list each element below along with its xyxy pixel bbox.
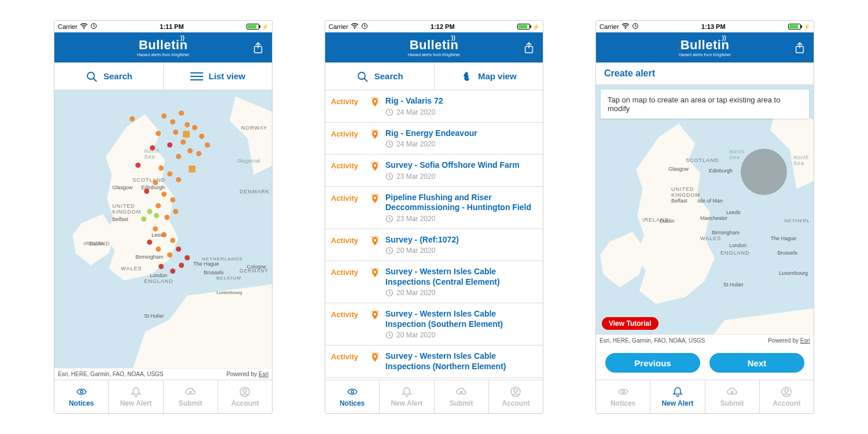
list-item[interactable]: Activity Rig - Energy Endeavour 24 Mar 2…: [325, 123, 543, 155]
activity-pin-icon: [370, 235, 380, 249]
tab-account[interactable]: Account: [218, 380, 272, 413]
orientation-lock-icon: [632, 23, 639, 31]
tab-submit[interactable]: Submit: [435, 380, 489, 413]
map-label-northsea2: North Sea: [793, 155, 809, 166]
tab-notices[interactable]: Notices: [596, 380, 650, 413]
tab-submit[interactable]: Submit: [164, 380, 218, 413]
list-item-date: 20 Mar 2020: [385, 247, 537, 255]
tab-notices[interactable]: Notices: [54, 380, 109, 413]
search-button[interactable]: Search: [325, 62, 435, 90]
city-hague: The Hague: [193, 261, 219, 267]
list-item[interactable]: Activity Pipeline Flushing and Riser Dec…: [325, 187, 543, 229]
carrier-label: Carrier: [599, 23, 619, 30]
powered-by: Powered by Esri: [226, 371, 269, 377]
city-brussels: Brussels: [204, 270, 224, 275]
search-label: Search: [104, 71, 133, 81]
list-item[interactable]: Activity Survey - Sofia Offshore Wind Fa…: [325, 155, 543, 187]
tab-new-alert[interactable]: New Alert: [650, 380, 705, 413]
next-button[interactable]: Next: [709, 353, 804, 373]
app-header: Bulletin)) Hazard alerts from Kingfisher: [54, 32, 272, 62]
esri-link[interactable]: Esri: [259, 371, 269, 377]
tab-new-alert[interactable]: New Alert: [380, 380, 434, 413]
list-item[interactable]: Activity Survey - (Ref:1072) 20 Mar 2020: [325, 229, 543, 262]
svg-point-10: [354, 28, 355, 29]
list-item-title: Survey - Western Isles Cable Inspections…: [385, 351, 537, 372]
map-attribution: Esri, HERE, Garmin, FAO, NOAA, USGS Powe…: [596, 334, 814, 346]
tab-account[interactable]: Account: [489, 380, 543, 413]
list-item[interactable]: Activity Survey - Western Isles Cable In…: [325, 261, 543, 303]
carrier-label: Carrier: [58, 23, 78, 30]
previous-button[interactable]: Previous: [605, 353, 700, 373]
battery-icon: [517, 24, 530, 30]
wifi-icon: [621, 23, 630, 30]
notice-list[interactable]: Activity Rig - Valaris 72 24 Mar 2020 Ac…: [325, 90, 543, 380]
city-glasgow: Glasgow: [668, 166, 689, 172]
tab-bar: Notices New Alert Submit Account: [596, 380, 814, 413]
list-item[interactable]: Activity Rig - Valaris 72 24 Mar 2020: [325, 90, 543, 123]
app-logo: Bulletin)) Hazard alerts from Kingfisher: [137, 39, 190, 57]
tab-notices[interactable]: Notices: [325, 380, 380, 413]
search-label: Search: [374, 71, 403, 81]
wifi-icon: [351, 23, 359, 30]
list-item-title: Survey - Western Isles Cable Inspections…: [385, 267, 537, 287]
status-bar: Carrier 1:13 PM ⚡: [596, 21, 814, 32]
alert-tip: Tap on map to create an area or tap exis…: [601, 90, 809, 119]
map-label-uk: UNITED KINGDOM: [112, 203, 141, 215]
map-label-lux: Luxembourg: [216, 290, 242, 295]
list-item-date: 23 Mar 2020: [385, 172, 537, 181]
app-logo: Bulletin)) Hazard alerts from Kingfisher: [408, 39, 461, 57]
list-item-date: 24 Mar 2020: [385, 140, 537, 148]
map-canvas[interactable]: NORWAY SCOTLAND DENMARK North Sea UNITED…: [54, 90, 272, 368]
share-button[interactable]: [521, 39, 537, 56]
city-brussels: Brussels: [777, 250, 797, 256]
svg-point-7: [83, 28, 84, 29]
list-item-title: Rig - Valaris 72: [385, 96, 537, 106]
label-lux: Luxembourg: [779, 270, 808, 276]
map-view-label: Map view: [478, 71, 517, 81]
city-stholier: St Holier: [144, 313, 164, 319]
map-label-england: ENGLAND: [144, 278, 174, 284]
tab-account[interactable]: Account: [760, 380, 814, 413]
list-item-category: Activity: [331, 128, 365, 138]
activity-pin-icon: [370, 160, 380, 174]
city-london: London: [729, 242, 746, 248]
city-london: London: [150, 273, 167, 278]
app-header: Bulletin)) Hazard alerts from Kingfisher: [596, 32, 814, 62]
map-label-wales: WALES: [700, 236, 721, 241]
list-item[interactable]: Activity Survey - Western Isles Cable In…: [325, 345, 543, 378]
screen-list: Carrier 1:12 PM ⚡ Bulletin)) Hazard aler…: [325, 20, 543, 414]
list-item-date: 23 Mar 2020: [385, 215, 537, 223]
list-view-button[interactable]: List view: [164, 62, 273, 90]
tab-submit[interactable]: Submit: [705, 380, 760, 413]
search-button[interactable]: Search: [54, 62, 164, 90]
city-cologne: Cologne: [247, 264, 266, 270]
attribution-text: Esri, HERE, Garmin, FAO, NOAA, USGS: [58, 371, 163, 377]
map-view-button[interactable]: Map view: [435, 62, 543, 90]
battery-icon: [788, 24, 801, 30]
map-label-denmark: DENMARK: [240, 189, 270, 194]
city-skagerrak: Skagerrak: [237, 158, 260, 164]
view-tutorial-button[interactable]: View Tutorial: [602, 317, 659, 330]
esri-link[interactable]: Esri: [800, 337, 810, 344]
alert-map-canvas[interactable]: Tap on map to create an area or tap exis…: [596, 85, 814, 334]
alert-area-circle[interactable]: [741, 149, 787, 195]
share-button[interactable]: [792, 39, 808, 56]
map-label-england: ENGLAND: [720, 250, 750, 256]
list-item[interactable]: Activity Survey - Western Isles Cable In…: [325, 303, 543, 345]
view-toolbar: Search List view: [54, 62, 272, 90]
map-label-netherl: NETHERL: [785, 218, 810, 223]
orientation-lock-icon: [90, 23, 97, 31]
list-item-title: Survey - Sofia Offshore Wind Farm: [385, 160, 537, 171]
map-label-northsea: North Sea: [729, 149, 745, 160]
map-label-scotland: SCOTLAND: [133, 177, 165, 183]
tab-new-alert[interactable]: New Alert: [109, 380, 163, 413]
activity-pin-icon: [370, 193, 380, 207]
city-isleman: Isle of Man: [697, 198, 723, 204]
activity-pin-icon: [370, 96, 380, 110]
list-item-category: Activity: [331, 96, 365, 106]
battery-icon: [247, 24, 259, 30]
share-button[interactable]: [250, 39, 266, 56]
city-hague: The Hague: [770, 236, 796, 241]
activity-pin-icon: [370, 267, 380, 281]
map-label-wales: WALES: [121, 266, 142, 271]
